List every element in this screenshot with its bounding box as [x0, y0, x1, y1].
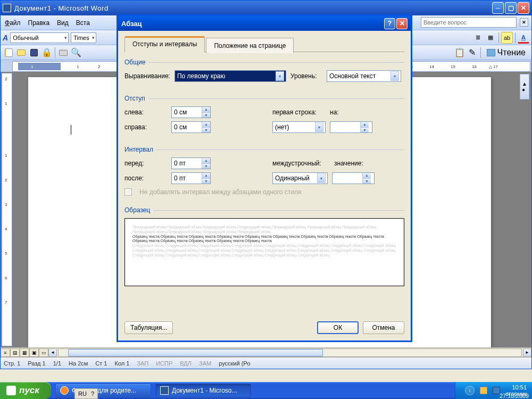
new-doc-button[interactable] — [3, 47, 14, 59]
word-icon — [160, 386, 169, 395]
firstline-label: первая строка: — [272, 109, 326, 116]
status-ext: ВДЛ — [180, 360, 192, 367]
view-scroll-bar: ≡ ▤ ▦ ▣ ▭ ◄ ► — [1, 347, 531, 357]
space-before-input[interactable]: ▲▼ — [171, 157, 211, 169]
border-button[interactable]: ▦ — [485, 32, 496, 44]
horizontal-scrollbar[interactable] — [58, 348, 522, 357]
hscroll-left[interactable]: ◄ — [48, 348, 57, 357]
dialog-title: Абзац — [121, 20, 384, 28]
save-button[interactable] — [28, 47, 40, 59]
indent-right-input[interactable]: ▲▼ — [171, 121, 211, 133]
ok-button[interactable]: ОК — [317, 321, 359, 334]
reading-view-button[interactable]: ▭ — [39, 348, 48, 357]
dialog-help-button[interactable]: ? — [384, 18, 395, 29]
style-combo[interactable]: Обычный — [10, 32, 69, 43]
help-search-input[interactable] — [421, 17, 517, 28]
permissions-button[interactable]: 🔒 — [41, 47, 53, 59]
tabs-button[interactable]: Табуляция... — [124, 321, 173, 334]
bullets-button[interactable]: ≣ — [472, 32, 484, 44]
linespacing-at-label: значение: — [334, 160, 377, 167]
firefox-icon — [60, 386, 69, 395]
status-trk: ИСПР — [156, 360, 172, 367]
alignment-label: Выравнивание: — [124, 72, 170, 80]
status-pages: 1/1 — [53, 360, 61, 367]
level-dropdown[interactable]: Основной текст ▾ — [327, 70, 401, 82]
word-app-icon — [3, 4, 11, 12]
taskbar-item-word[interactable]: Документ1 - Microso... — [155, 384, 251, 397]
group-spacing: Интервал — [124, 146, 404, 153]
cancel-button[interactable]: Отмена — [363, 321, 404, 334]
tray-icon[interactable] — [480, 387, 487, 394]
open-button[interactable] — [15, 47, 27, 59]
status-section: Разд 1 — [28, 360, 45, 367]
no-space-checkbox — [124, 188, 132, 196]
statusbar: Стр. 1 Разд 1 1/1 На 2см Ст 1 Кол 1 ЗАП … — [1, 357, 531, 369]
tray-date: 27.10.2009 — [500, 393, 529, 399]
langbar-help-icon[interactable]: ? — [91, 390, 94, 397]
indent-left-input[interactable]: ▲▼ — [171, 106, 211, 118]
preview-box: Предыдущий абзац Предыдущий абзац Предыд… — [124, 218, 404, 286]
vertical-scrollbar-top[interactable]: ▲● — [520, 74, 529, 99]
doc-close-button[interactable]: ✕ — [520, 18, 528, 27]
status-page: Стр. 1 — [4, 360, 20, 367]
font-combo[interactable]: Times — [71, 32, 96, 43]
font-color-button[interactable]: A — [518, 32, 529, 44]
group-general: Общие — [124, 59, 404, 66]
print-preview-button[interactable]: 🔍 — [70, 47, 82, 59]
language-bar[interactable]: RU ? — [74, 388, 98, 399]
text-cursor — [71, 125, 71, 135]
space-after-label: после: — [124, 174, 167, 182]
firstline-dropdown[interactable]: (нет)▾ — [272, 121, 326, 133]
taskbar-item-browser[interactable]: Форумы для родите... — [55, 384, 151, 397]
linespacing-dropdown[interactable]: Одинарный▾ — [272, 172, 328, 184]
dialog-tabs: Отступы и интервалы Положение на страниц… — [124, 36, 404, 52]
reading-layout-button[interactable]: Чтение — [483, 47, 529, 59]
close-button[interactable]: ✕ — [518, 2, 529, 14]
tray-expand-button[interactable]: ‹ — [465, 386, 475, 395]
tab-position[interactable]: Положение на странице — [206, 38, 294, 53]
print-view-button[interactable]: ▦ — [20, 348, 29, 357]
chevron-down-icon: ▾ — [390, 71, 399, 81]
no-space-label: Не добавлять интервал между абзацами одн… — [139, 188, 302, 196]
group-preview: Образец — [124, 206, 404, 214]
hscroll-right[interactable]: ► — [523, 348, 531, 357]
minimize-button[interactable]: ─ — [492, 2, 504, 14]
menu-edit[interactable]: Правка — [28, 19, 50, 27]
status-line: Ст 1 — [95, 360, 107, 367]
start-button[interactable]: пуск — [0, 382, 51, 399]
indent-left-label: слева: — [124, 109, 167, 116]
status-ovr: ЗАМ — [199, 360, 211, 367]
status-at: На 2см — [69, 360, 88, 367]
maximize-button[interactable]: ▢ — [505, 2, 517, 14]
level-label: Уровень: — [290, 72, 322, 80]
menu-view[interactable]: Вид — [57, 19, 69, 27]
dialog-titlebar[interactable]: Абзац ? ✕ — [118, 16, 411, 31]
dialog-close-button[interactable]: ✕ — [396, 18, 408, 29]
tab-indents[interactable]: Отступы и интервалы — [124, 36, 205, 52]
indent-right-label: справа: — [124, 123, 167, 131]
window-title: Документ1 - Microsoft Word — [14, 4, 492, 12]
menu-insert[interactable]: Вста — [76, 19, 90, 27]
language-indicator[interactable]: RU — [78, 390, 87, 397]
outline-view-button[interactable]: ▣ — [29, 348, 39, 357]
indent-by-input[interactable]: ▲▼ — [330, 121, 372, 133]
status-col: Кол 1 — [114, 360, 129, 367]
linespacing-at-input[interactable]: ▲▼ — [332, 172, 375, 184]
indent-by-label: на: — [330, 109, 351, 116]
status-rec: ЗАП — [137, 360, 148, 367]
menu-file[interactable]: Файл — [5, 19, 21, 27]
space-after-input[interactable]: ▲▼ — [171, 172, 211, 184]
titlebar: Документ1 - Microsoft Word ─ ▢ ✕ — [1, 1, 531, 15]
drawing-button[interactable]: ✎ — [467, 47, 478, 59]
web-view-button[interactable]: ▤ — [10, 348, 20, 357]
linespacing-label: междустрочный: — [272, 160, 330, 167]
chevron-down-icon: ▾ — [276, 71, 284, 81]
highlight-button[interactable]: ab — [501, 32, 513, 44]
paste-button[interactable]: 📋 — [454, 47, 466, 59]
print-button[interactable] — [57, 47, 69, 59]
paragraph-dialog: Абзац ? ✕ Отступы и интервалы Положение … — [117, 14, 412, 342]
vertical-ruler[interactable]: 2 1 1 2 3 4 5 6 7 — [2, 73, 12, 346]
book-icon — [487, 49, 495, 56]
alignment-dropdown[interactable]: По левому краю ▾ — [174, 70, 286, 82]
normal-view-button[interactable]: ≡ — [1, 348, 10, 357]
